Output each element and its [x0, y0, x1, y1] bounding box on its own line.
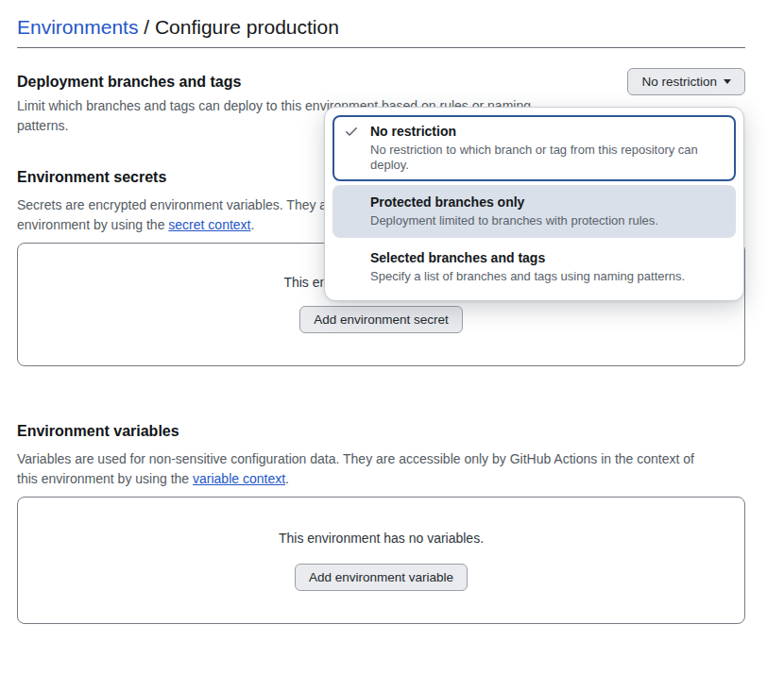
page-header: Environments / Configure production [17, 0, 745, 48]
menu-item-label: No restriction [370, 123, 724, 140]
menu-item-description: No restriction to which branch or tag fr… [370, 143, 724, 173]
restriction-dropdown-menu: No restriction No restriction to which b… [324, 107, 744, 301]
breadcrumb-environments-link[interactable]: Environments [17, 16, 138, 38]
environment-variables-heading: Environment variables [17, 421, 745, 441]
menu-item-description: Specify a list of branches and tags usin… [370, 269, 724, 284]
page-title-text: Configure production [155, 16, 339, 38]
variable-context-link[interactable]: variable context [193, 471, 285, 486]
deployment-description-line2: patterns. [17, 118, 68, 133]
chevron-down-icon [724, 79, 731, 84]
secret-context-link[interactable]: secret context [168, 217, 250, 232]
add-environment-secret-button[interactable]: Add environment secret [299, 306, 463, 333]
menu-item-label: Selected branches and tags [370, 249, 724, 266]
breadcrumb-separator: / [138, 16, 155, 38]
environment-config-page: Environments / Configure production Depl… [0, 0, 784, 675]
variables-empty-text: This environment has no variables. [18, 529, 744, 548]
check-icon [344, 124, 359, 139]
environment-variables-description: Variables are used for non-sensitive con… [17, 449, 745, 489]
page-title: Environments / Configure production [17, 14, 745, 40]
menu-item-selected-branches[interactable]: Selected branches and tags Specify a lis… [332, 242, 736, 293]
restriction-selector-label: No restriction [641, 75, 717, 89]
variables-empty-box: This environment has no variables. Add e… [17, 497, 745, 624]
secrets-description-suffix: . [250, 217, 254, 232]
secrets-description-line2: environment by using the [17, 217, 168, 232]
menu-item-description: Deployment limited to branches with prot… [370, 213, 724, 228]
variables-description-suffix: . [285, 471, 289, 486]
variables-description-line2: this environment by using the [17, 471, 193, 486]
menu-item-label: Protected branches only [370, 194, 724, 211]
menu-item-no-restriction[interactable]: No restriction No restriction to which b… [332, 115, 736, 181]
restriction-selector-button[interactable]: No restriction [627, 68, 745, 95]
menu-item-protected-branches[interactable]: Protected branches only Deployment limit… [332, 185, 736, 238]
variables-description-line1: Variables are used for non-sensitive con… [17, 451, 694, 466]
add-environment-variable-button[interactable]: Add environment variable [295, 564, 468, 591]
